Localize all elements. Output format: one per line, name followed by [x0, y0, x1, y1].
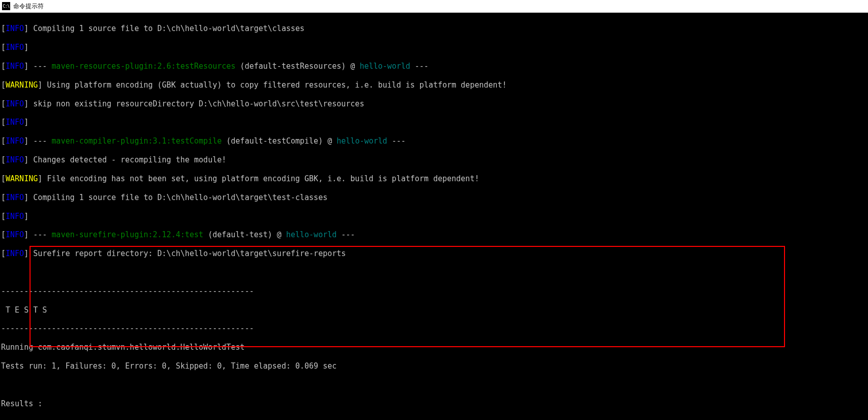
plugin-name: maven-compiler-plugin:3.1:testCompile	[51, 136, 221, 146]
log-text: ---	[387, 136, 406, 146]
log-text: (default-test) @	[203, 230, 286, 239]
log-tag: INFO	[6, 118, 24, 127]
log-text: Compiling 1 source file to D:\ch\hello-w…	[33, 24, 304, 33]
log-tag: INFO	[6, 62, 24, 71]
plugin-name: maven-surefire-plugin:2.12.4:test	[51, 230, 203, 239]
log-text: ---	[33, 62, 51, 71]
log-text: Tests run: 1, Failures: 0, Errors: 0, Sk…	[1, 361, 868, 371]
log-tag: WARNING	[6, 80, 38, 90]
log-text: Using platform encoding (GBK actually) t…	[42, 80, 507, 90]
plugin-name: maven-resources-plugin:2.6:testResources	[51, 62, 235, 71]
log-tag: INFO	[6, 249, 24, 258]
log-tag: INFO	[6, 155, 24, 164]
log-text: File encoding has not been set, using pl…	[42, 174, 479, 183]
project-name: hello-world	[286, 230, 337, 239]
window-title: 命令提示符	[13, 2, 44, 11]
log-tag: INFO	[6, 230, 24, 239]
log-text: skip non existing resourceDirectory D:\c…	[33, 99, 364, 108]
divider: ----------------------------------------…	[1, 287, 868, 296]
log-text: ---	[33, 136, 51, 146]
log-text	[1, 380, 868, 389]
project-name: hello-world	[337, 136, 387, 146]
log-text: Surefire report directory: D:\ch\hello-w…	[33, 249, 346, 258]
log-text: ---	[33, 230, 51, 239]
log-text: Results :	[1, 399, 868, 408]
log-tag: INFO	[6, 24, 24, 33]
window-titlebar[interactable]: C:\ 命令提示符	[0, 0, 868, 13]
project-name: hello-world	[359, 62, 410, 71]
log-text	[1, 417, 868, 420]
log-tag: INFO	[6, 212, 24, 221]
log-text	[1, 268, 868, 277]
tests-header: T E S T S	[1, 305, 868, 315]
terminal-output[interactable]: [INFO] Compiling 1 source file to D:\ch\…	[0, 13, 868, 420]
log-tag: INFO	[6, 136, 24, 146]
log-tag: INFO	[6, 43, 24, 52]
log-tag: INFO	[6, 193, 24, 202]
log-text: Changes detected - recompiling the modul…	[33, 155, 226, 164]
cmd-icon: C:\	[2, 2, 10, 10]
log-tag: WARNING	[6, 174, 38, 183]
log-text: (default-testCompile) @	[221, 136, 337, 146]
log-text: ---	[410, 62, 429, 71]
log-tag: INFO	[6, 99, 24, 108]
log-text: ---	[337, 230, 355, 239]
divider: ----------------------------------------…	[1, 324, 868, 333]
log-text: Running com.caofanqi.stumvn.helloworld.H…	[1, 343, 868, 352]
log-text: Compiling 1 source file to D:\ch\hello-w…	[33, 193, 327, 202]
log-text: (default-testResources) @	[236, 62, 360, 71]
